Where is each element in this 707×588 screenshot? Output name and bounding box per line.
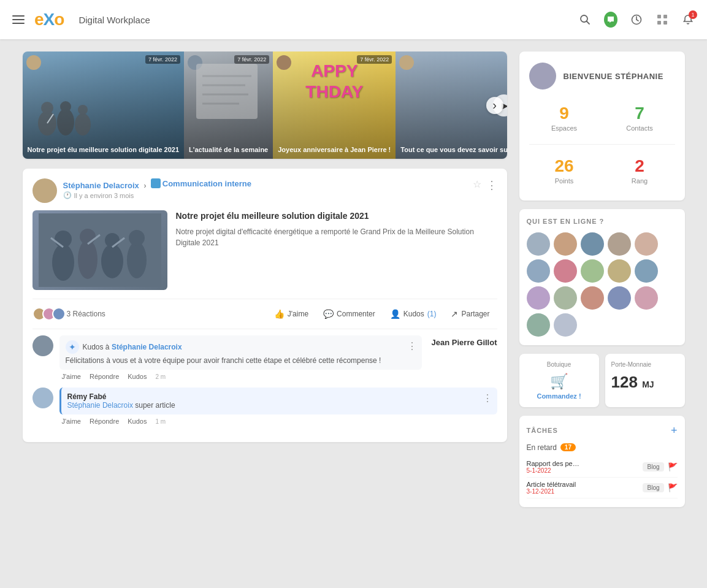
online-user-avatar[interactable] — [608, 286, 631, 310]
task-date: 5-1-2022 — [527, 467, 640, 474]
svg-line-4 — [636, 20, 638, 21]
search-icon[interactable] — [578, 13, 592, 26]
svg-point-13 — [75, 113, 91, 136]
carousel-item[interactable]: 7 févr. 2022 APPYTHDAY Joyeux anniversai… — [273, 52, 396, 159]
online-user-avatar[interactable] — [527, 313, 550, 337]
task-name: Rapport des pe… — [527, 460, 640, 467]
kudos-button[interactable]: 👤 Kudos (1) — [383, 305, 444, 323]
comment-kudos[interactable]: Kudos — [128, 418, 147, 425]
share-icon: ↗ — [451, 309, 458, 319]
task-row: Rapport des pe… 5-1-2022 Blog 🚩 — [527, 457, 678, 478]
carousel-item[interactable]: 7 févr. 2022 L'actualité de la semaine — [184, 52, 273, 159]
clock-icon[interactable] — [630, 13, 643, 26]
add-task-button[interactable]: + — [671, 424, 678, 437]
carousel-date: 7 févr. 2022 — [145, 55, 180, 64]
late-count-badge: 17 — [560, 443, 576, 451]
svg-point-11 — [57, 109, 74, 136]
carousel-title: Joyeux anniversaire à Jean Pierre ! — [278, 145, 391, 154]
comment-item: ⋮ ✦ Kudos à Stéphanie Delacroix Félicita… — [32, 335, 497, 380]
online-user-avatar[interactable] — [554, 259, 577, 283]
favorite-icon[interactable]: ☆ — [473, 178, 481, 192]
online-user-avatar[interactable] — [581, 286, 604, 310]
comment-more-icon[interactable]: ⋮ — [483, 392, 492, 404]
comment-button[interactable]: 💬 Commenter — [316, 305, 383, 323]
online-user-avatar[interactable] — [635, 286, 658, 310]
welcome-avatar — [529, 63, 556, 90]
kudos-target[interactable]: Stéphanie Delacroix — [112, 343, 182, 351]
feed-user-avatar — [32, 178, 57, 203]
tasks-card: TÂCHES + En retard 17 Rapport des pe… 5-… — [519, 416, 685, 507]
comment-like[interactable]: J'aime — [62, 373, 81, 380]
feed-article-body: Notre projet digital d'efficacité énergé… — [176, 226, 497, 248]
chat-icon[interactable] — [604, 13, 617, 26]
notifications-icon[interactable]: 1 — [681, 13, 695, 26]
feed-author[interactable]: Stéphanie Delacroix — [63, 181, 139, 190]
feed-space-name[interactable]: Communication interne — [162, 179, 251, 188]
task-tag: Blog — [643, 483, 663, 492]
app-logo[interactable]: eXo — [34, 10, 64, 29]
comment-kudos[interactable]: Kudos — [128, 373, 147, 380]
hamburger-menu[interactable] — [12, 15, 25, 24]
points-value: 26 — [529, 157, 600, 176]
comment-item: ⋮ Rémy Fabé Stéphanie Delacroix super ar… — [32, 388, 497, 425]
task-flag-icon: 🚩 — [668, 462, 678, 472]
online-user-avatar[interactable] — [527, 259, 550, 283]
boutique-card: Botuique 🛒 Commandez ! — [519, 354, 599, 407]
like-button[interactable]: 👍 J'aime — [267, 305, 316, 323]
rang-value: 2 — [605, 157, 675, 176]
carousel-title: Notre projet élu meilleure solution digi… — [28, 145, 180, 154]
carousel-avatar — [26, 55, 41, 70]
comment-time: 2 m — [155, 373, 166, 380]
feed-time: 🕐 Il y a environ 3 mois — [63, 191, 473, 199]
online-user-avatar[interactable] — [581, 232, 604, 256]
comment-reply[interactable]: Répondre — [90, 373, 119, 380]
online-user-avatar[interactable] — [554, 232, 577, 256]
task-name: Article télétravail — [527, 481, 640, 488]
online-user-avatar[interactable] — [554, 313, 577, 337]
online-user-avatar[interactable] — [608, 259, 631, 283]
feed-thumbnail — [32, 210, 167, 290]
stat-points: 26 Points — [529, 152, 600, 189]
feed-article-title[interactable]: Notre projet élu meilleure solution digi… — [176, 210, 497, 221]
online-user-avatar[interactable] — [554, 286, 577, 310]
carousel-title: Tout ce que vous devez savoir sur l'acqu… — [400, 145, 506, 154]
reaction-count: 3 Réactions — [67, 310, 105, 318]
online-user-avatar[interactable] — [635, 232, 658, 256]
online-card: QUI EST EN LIGNE ? — [519, 209, 685, 345]
comment-more-icon[interactable]: ⋮ — [407, 340, 417, 352]
feed-article-text: Notre projet élu meilleure solution digi… — [176, 210, 497, 290]
espaces-value: 9 — [529, 104, 600, 123]
comment-like[interactable]: J'aime — [62, 418, 81, 425]
carousel-item[interactable]: 7 févr. 2022 Notre projet élu meilleure … — [23, 52, 185, 159]
reaction-avatar — [52, 307, 66, 321]
online-user-avatar[interactable] — [527, 286, 550, 310]
online-user-avatar[interactable] — [527, 232, 550, 256]
comment-author-name: Jean Pierre Gillot — [432, 338, 497, 347]
carousel-next-button[interactable] — [486, 97, 503, 114]
welcome-stats: 9 Espaces 7 Contacts 26 Points 2 Rang — [529, 99, 675, 189]
comment-time: 1 m — [155, 418, 166, 425]
task-tag: Blog — [643, 462, 663, 472]
carousel-inner: 7 févr. 2022 Notre projet élu meilleure … — [23, 52, 507, 159]
svg-point-27 — [105, 233, 120, 248]
online-avatars-grid — [527, 232, 678, 337]
comment-author: Rémy Fabé — [67, 392, 491, 401]
online-user-avatar[interactable] — [608, 232, 631, 256]
more-options-icon[interactable]: ⋮ — [486, 178, 497, 192]
comment-author-name: Rémy Fabé — [67, 392, 107, 401]
comment-text: Stéphanie Delacroix super article — [67, 401, 491, 410]
apps-icon[interactable] — [655, 13, 669, 26]
wallet-label: Porte-Monnaie — [611, 361, 679, 368]
boutique-button[interactable]: Commandez ! — [525, 392, 593, 400]
online-user-avatar[interactable] — [635, 259, 658, 283]
kudos-badge-icon: ✦ — [66, 340, 79, 354]
online-user-avatar[interactable] — [581, 259, 604, 283]
space-icon — [151, 178, 161, 188]
carousel-title: L'actualité de la semaine — [189, 145, 268, 154]
share-button[interactable]: ↗ Partager — [443, 305, 497, 323]
welcome-card: BIENVENUE STÉPHANIE 9 Espaces 7 Contacts… — [519, 52, 685, 200]
svg-line-1 — [587, 21, 590, 25]
svg-point-29 — [129, 230, 145, 246]
comment-reply[interactable]: Répondre — [90, 418, 119, 425]
comment-text: Félicitations à vous et à votre équipe p… — [66, 356, 416, 365]
